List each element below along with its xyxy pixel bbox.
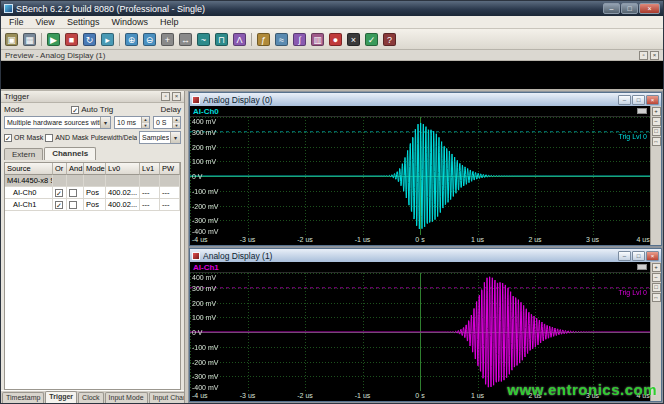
and-mask-checkbox-box[interactable] bbox=[45, 134, 53, 142]
display-cursor-button[interactable]: ↔ bbox=[652, 137, 661, 146]
start-acquisition-button[interactable]: ▶ bbox=[45, 31, 62, 48]
display-zoom-in-button[interactable]: + bbox=[652, 107, 661, 116]
menu-file[interactable]: File bbox=[3, 16, 30, 28]
menu-windows[interactable]: Windows bbox=[105, 16, 154, 28]
or-cell[interactable] bbox=[53, 199, 67, 211]
column-header-pw[interactable]: PW bbox=[160, 163, 180, 175]
lv0-cell[interactable]: 400.02... bbox=[106, 187, 140, 199]
table-group-row[interactable]: M4i.4450-x8 S... bbox=[5, 175, 180, 187]
bottom-tab-timestamp[interactable]: Timestamp bbox=[2, 392, 44, 403]
or-cell[interactable] bbox=[53, 187, 67, 199]
stop-acquisition-button[interactable]: ■ bbox=[63, 31, 80, 48]
menu-help[interactable]: Help bbox=[154, 16, 185, 28]
maximize-button[interactable]: □ bbox=[621, 3, 638, 14]
or-mask-checkbox[interactable]: OR Mask bbox=[4, 134, 43, 142]
trigger-tab-extern[interactable]: Extern bbox=[4, 148, 43, 160]
plot-area[interactable]: Trig Lvl 0 400 mV300 mV200 mV100 mV0 V-1… bbox=[190, 273, 650, 391]
or-checkbox[interactable] bbox=[55, 189, 63, 197]
pw-cell[interactable]: --- bbox=[160, 199, 180, 211]
bottom-tab-clock[interactable]: Clock bbox=[78, 392, 104, 403]
trigger-level-label[interactable]: Trig Lvl 0 bbox=[618, 133, 647, 140]
cursor-mode-button[interactable]: + bbox=[159, 31, 176, 48]
display-zoom-out-button[interactable]: − bbox=[652, 117, 661, 126]
display-close-button[interactable]: × bbox=[646, 251, 659, 261]
display-maximize-button[interactable]: □ bbox=[632, 95, 645, 105]
and-cell[interactable] bbox=[67, 187, 84, 199]
menu-settings[interactable]: Settings bbox=[61, 16, 106, 28]
plot-area[interactable]: Trig Lvl 0 400 mV300 mV200 mV100 mV0 V-1… bbox=[190, 117, 650, 235]
display-title-bar[interactable]: Analog Display (0) – □ × bbox=[190, 93, 661, 106]
column-header-lv0[interactable]: Lv0 bbox=[106, 163, 140, 175]
trigger-panel-caption[interactable]: Trigger ▫ × bbox=[1, 91, 184, 103]
spin-down-icon[interactable]: ▼ bbox=[173, 123, 180, 129]
spin-down-icon[interactable]: ▼ bbox=[142, 123, 149, 129]
menu-view[interactable]: View bbox=[30, 16, 61, 28]
display-zoom-in-button[interactable]: + bbox=[652, 263, 661, 272]
column-header-or[interactable]: Or bbox=[53, 163, 67, 175]
display-fit-button[interactable]: □ bbox=[652, 127, 661, 136]
auto-trig-checkbox-box[interactable] bbox=[71, 106, 79, 114]
display-zoom-out-button[interactable]: − bbox=[652, 273, 661, 282]
lv0-cell[interactable]: 400.02... bbox=[106, 199, 140, 211]
and-checkbox[interactable] bbox=[69, 189, 77, 197]
histogram-button[interactable]: ▥ bbox=[309, 31, 326, 48]
column-header-mode[interactable]: Mode bbox=[84, 163, 106, 175]
display-minimize-button[interactable]: – bbox=[618, 251, 631, 261]
pan-mode-button[interactable]: ↔ bbox=[177, 31, 194, 48]
restart-acquisition-button[interactable]: ↻ bbox=[81, 31, 98, 48]
mode-cell[interactable]: Pos bbox=[84, 187, 106, 199]
display-title-bar[interactable]: Analog Display (1) – □ × bbox=[190, 249, 661, 262]
check-settings-button[interactable]: ✓ bbox=[363, 31, 380, 48]
close-button[interactable]: × bbox=[639, 3, 660, 14]
trigger-level-label[interactable]: Trig Lvl 0 bbox=[618, 289, 647, 296]
channel-label[interactable]: AI-Ch0 bbox=[193, 107, 219, 116]
display-maximize-button[interactable]: □ bbox=[632, 251, 645, 261]
trigger-tab-channels[interactable]: Channels bbox=[44, 147, 96, 160]
display-cursor-button[interactable]: ↔ bbox=[652, 293, 661, 302]
display-close-button[interactable]: × bbox=[646, 95, 659, 105]
trigger-source-select[interactable]: Multiple hardware sources with AND/OR ▾ bbox=[4, 116, 111, 129]
lv1-cell[interactable]: --- bbox=[140, 199, 160, 211]
fft-button[interactable]: ∫ bbox=[291, 31, 308, 48]
and-cell[interactable] bbox=[67, 199, 84, 211]
single-shot-button[interactable]: ▸ bbox=[99, 31, 116, 48]
dropdown-arrow-icon[interactable]: ▾ bbox=[100, 117, 110, 128]
channel-bar-handle[interactable] bbox=[637, 264, 647, 270]
save-project-button[interactable]: ▦ bbox=[21, 31, 38, 48]
lv1-cell[interactable]: --- bbox=[140, 187, 160, 199]
calculation-button[interactable]: ƒ bbox=[255, 31, 272, 48]
preview-float-button[interactable]: ▫ bbox=[639, 51, 648, 60]
column-header-and[interactable]: And bbox=[67, 163, 84, 175]
and-checkbox[interactable] bbox=[69, 201, 77, 209]
panel-float-button[interactable]: ▫ bbox=[161, 92, 170, 101]
zoom-out-button[interactable]: ⊖ bbox=[141, 31, 158, 48]
preview-area[interactable] bbox=[1, 61, 663, 91]
and-mask-checkbox[interactable]: AND Mask bbox=[45, 134, 88, 142]
title-bar[interactable]: SBench 6.2.2 build 8080 (Professional - … bbox=[1, 1, 663, 16]
help-button[interactable]: ? bbox=[381, 31, 398, 48]
bottom-tab-trigger[interactable]: Trigger bbox=[45, 391, 77, 403]
averaging-button[interactable]: ≈ bbox=[273, 31, 290, 48]
dropdown-arrow-icon[interactable]: ▾ bbox=[170, 132, 180, 143]
bottom-tab-input-channels[interactable]: Input Channels bbox=[149, 392, 184, 403]
minimize-button[interactable]: – bbox=[603, 3, 620, 14]
close-display-button[interactable]: × bbox=[345, 31, 362, 48]
channel-label[interactable]: AI-Ch1 bbox=[193, 263, 219, 272]
preview-close-button[interactable]: × bbox=[650, 51, 659, 60]
channel-bar-handle[interactable] bbox=[637, 108, 647, 114]
panel-close-button[interactable]: × bbox=[172, 92, 181, 101]
column-header-lv1[interactable]: Lv1 bbox=[140, 163, 160, 175]
auto-trig-checkbox[interactable]: Auto Trig bbox=[71, 105, 113, 114]
zoom-in-button[interactable]: ⊕ bbox=[123, 31, 140, 48]
auto-trig-time-input[interactable]: 10 ms ▲ ▼ bbox=[114, 116, 150, 129]
pulsewidth-unit-select[interactable]: Samples ▾ bbox=[139, 131, 181, 144]
bottom-tab-input-mode[interactable]: Input Mode bbox=[105, 392, 148, 403]
display-fit-button[interactable]: □ bbox=[652, 283, 661, 292]
digital-display-button[interactable]: ⊓ bbox=[213, 31, 230, 48]
channel-row[interactable]: AI-Ch1Pos400.02...------ bbox=[5, 199, 180, 211]
or-mask-checkbox-box[interactable] bbox=[4, 134, 12, 142]
or-checkbox[interactable] bbox=[55, 201, 63, 209]
pw-cell[interactable]: --- bbox=[160, 187, 180, 199]
record-button[interactable]: ● bbox=[327, 31, 344, 48]
spectrum-display-button[interactable]: Λ bbox=[231, 31, 248, 48]
